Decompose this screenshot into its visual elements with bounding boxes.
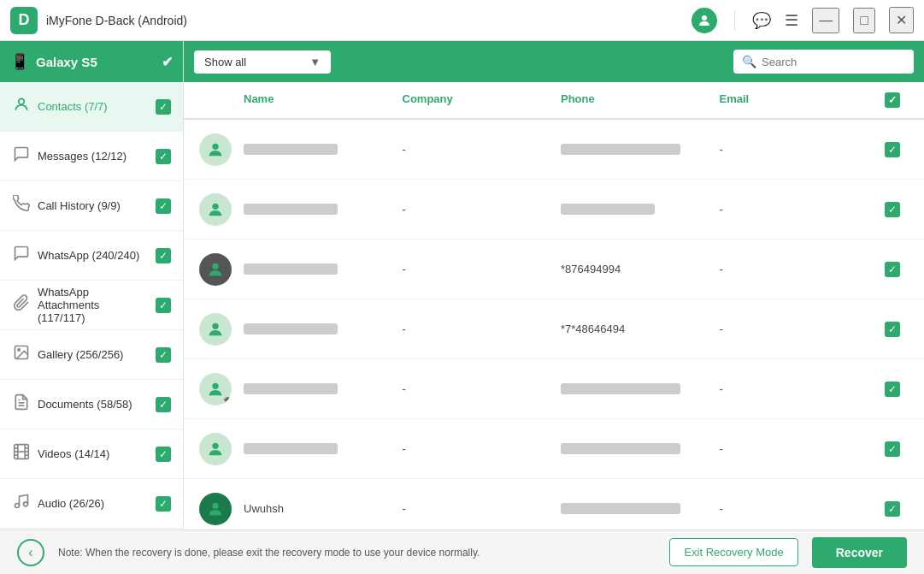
row-company-cell: - bbox=[396, 435, 555, 462]
filter-dropdown[interactable]: Show all ▼ bbox=[194, 50, 331, 74]
recover-button[interactable]: Recover bbox=[812, 537, 907, 568]
audio-label: Audio (26/26) bbox=[38, 497, 149, 510]
messages-checkbox[interactable]: ✓ bbox=[156, 149, 171, 164]
svg-point-17 bbox=[212, 203, 218, 209]
contact-phone-blurred bbox=[561, 443, 680, 454]
header-select-all bbox=[194, 82, 237, 118]
panel-toolbar: Show all ▼ 🔍 bbox=[184, 41, 924, 82]
row-name-cell bbox=[237, 197, 396, 222]
svg-point-22 bbox=[212, 502, 218, 508]
sidebar-item-messages[interactable]: Messages (12/12) ✓ bbox=[0, 132, 183, 181]
gallery-checkbox[interactable]: ✓ bbox=[156, 347, 171, 363]
row-checkbox[interactable]: ✓ bbox=[885, 142, 900, 157]
svg-point-3 bbox=[18, 349, 20, 352]
device-check-icon: ✔ bbox=[162, 54, 173, 70]
call-history-checkbox[interactable]: ✓ bbox=[156, 198, 171, 214]
documents-icon bbox=[12, 394, 31, 415]
maximize-button[interactable]: □ bbox=[853, 8, 875, 33]
row-checkbox[interactable]: ✓ bbox=[885, 441, 900, 457]
whatsapp-label: WhatsApp (240/240) bbox=[38, 249, 149, 262]
row-company-cell: - bbox=[396, 256, 555, 282]
device-icon: 📱 bbox=[10, 52, 29, 71]
contact-name-blurred bbox=[244, 204, 338, 215]
menu-icon[interactable]: ☰ bbox=[785, 13, 798, 28]
header-email: Email bbox=[713, 82, 872, 118]
whatsapp-checkbox[interactable]: ✓ bbox=[156, 248, 171, 263]
row-name-cell bbox=[237, 137, 396, 162]
audio-checkbox[interactable]: ✓ bbox=[156, 496, 171, 512]
row-checkbox-cell[interactable]: ✓ bbox=[871, 255, 914, 284]
gallery-label: Gallery (256/256) bbox=[38, 348, 149, 361]
row-company-cell: - bbox=[396, 136, 555, 163]
row-phone-cell: *7*48646494 bbox=[554, 316, 713, 342]
whatsapp-attachments-icon bbox=[12, 294, 31, 316]
svg-point-18 bbox=[212, 263, 218, 269]
whatsapp-attachments-checkbox[interactable]: ✓ bbox=[156, 298, 171, 313]
bottom-bar: ‹ Note: When the recovery is done, pleas… bbox=[0, 530, 924, 574]
row-avatar-cell bbox=[194, 426, 237, 472]
row-checkbox[interactable]: ✓ bbox=[885, 262, 900, 277]
row-company-cell: - bbox=[396, 376, 555, 402]
svg-point-16 bbox=[212, 143, 218, 149]
row-checkbox-cell[interactable]: ✓ bbox=[871, 195, 914, 224]
svg-point-20 bbox=[212, 382, 218, 388]
row-checkbox[interactable]: ✓ bbox=[885, 382, 900, 397]
whatsapp-icon bbox=[12, 245, 31, 266]
divider bbox=[734, 10, 735, 31]
header-company: Company bbox=[396, 82, 555, 118]
search-input[interactable] bbox=[762, 56, 905, 68]
header-check-all[interactable]: ✓ bbox=[871, 82, 914, 118]
row-avatar-cell bbox=[194, 246, 237, 293]
contact-name-blurred bbox=[244, 144, 338, 155]
exit-recovery-button[interactable]: Exit Recovery Mode bbox=[669, 538, 797, 566]
contacts-checkbox[interactable]: ✓ bbox=[156, 99, 171, 115]
svg-point-14 bbox=[15, 504, 20, 508]
sidebar-item-gallery[interactable]: Gallery (256/256) ✓ bbox=[0, 330, 183, 380]
select-all-checkbox[interactable]: ✓ bbox=[885, 92, 900, 108]
videos-label: Videos (14/14) bbox=[38, 447, 149, 460]
window-controls: 💬 ☰ — □ ✕ bbox=[692, 7, 914, 33]
sidebar-item-videos[interactable]: Videos (14/14) ✓ bbox=[0, 429, 183, 479]
svg-point-1 bbox=[19, 98, 25, 104]
row-phone-cell bbox=[554, 137, 713, 162]
contact-avatar bbox=[199, 313, 232, 346]
device-name: Galaxy S5 bbox=[36, 55, 97, 69]
row-checkbox[interactable]: ✓ bbox=[885, 501, 900, 517]
sidebar-item-contacts[interactable]: Contacts (7/7) ✓ bbox=[0, 82, 183, 132]
sidebar-item-call-history[interactable]: Call History (9/9) ✓ bbox=[0, 181, 183, 231]
contact-phone-blurred bbox=[561, 383, 680, 394]
close-button[interactable]: ✕ bbox=[889, 7, 914, 33]
sidebar-device-header: 📱 Galaxy S5 ✔ bbox=[0, 41, 183, 82]
minimize-button[interactable]: — bbox=[812, 8, 839, 33]
row-avatar-cell bbox=[194, 127, 237, 173]
deleted-icon: 🗑 bbox=[225, 396, 232, 405]
sidebar-item-audio[interactable]: Audio (26/26) ✓ bbox=[0, 479, 183, 529]
row-checkbox-cell[interactable]: ✓ bbox=[871, 315, 914, 344]
sidebar-item-whatsapp-attachments[interactable]: WhatsApp Attachments (117/117) ✓ bbox=[0, 281, 183, 330]
row-checkbox-cell[interactable]: ✓ bbox=[871, 135, 914, 164]
videos-checkbox[interactable]: ✓ bbox=[156, 447, 171, 462]
contact-avatar bbox=[199, 433, 232, 465]
sidebar-item-documents[interactable]: Documents (58/58) ✓ bbox=[0, 380, 183, 429]
row-name-cell bbox=[237, 317, 396, 341]
table-row: - - ✓ bbox=[184, 419, 924, 479]
row-checkbox-cell[interactable]: ✓ bbox=[871, 494, 914, 524]
audio-icon bbox=[12, 493, 31, 514]
row-checkbox[interactable]: ✓ bbox=[885, 322, 900, 337]
row-checkbox-cell[interactable]: ✓ bbox=[871, 375, 914, 404]
documents-label: Documents (58/58) bbox=[38, 398, 149, 411]
row-checkbox-cell[interactable]: ✓ bbox=[871, 435, 914, 464]
contact-name-blurred bbox=[244, 383, 338, 394]
user-avatar[interactable] bbox=[692, 8, 717, 33]
back-button[interactable]: ‹ bbox=[17, 539, 44, 566]
chat-icon[interactable]: 💬 bbox=[752, 13, 771, 28]
sidebar-item-whatsapp[interactable]: WhatsApp (240/240) ✓ bbox=[0, 231, 183, 281]
header-name: Name bbox=[237, 82, 396, 118]
header-phone: Phone bbox=[554, 82, 713, 118]
row-checkbox[interactable]: ✓ bbox=[885, 202, 900, 217]
row-email-cell: - bbox=[713, 136, 872, 163]
recovery-note: Note: When the recovery is done, please … bbox=[58, 547, 656, 559]
documents-checkbox[interactable]: ✓ bbox=[156, 397, 171, 412]
right-panel: Show all ▼ 🔍 Name Company Phone Email ✓ bbox=[184, 41, 924, 530]
contact-avatar bbox=[199, 253, 232, 286]
